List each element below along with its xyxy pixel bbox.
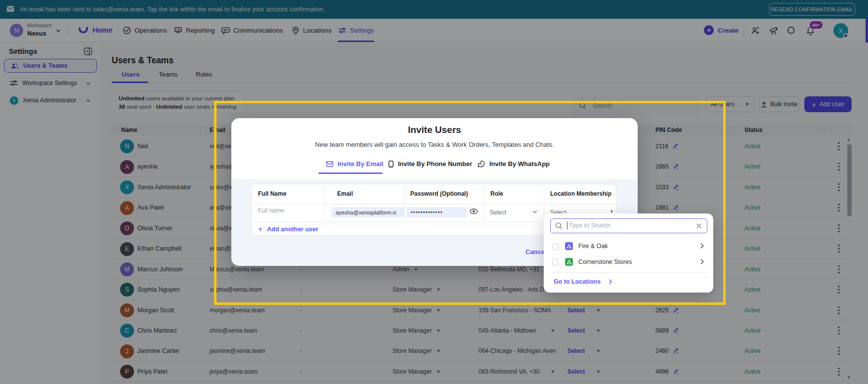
highlight-rectangle: [214, 101, 726, 305]
